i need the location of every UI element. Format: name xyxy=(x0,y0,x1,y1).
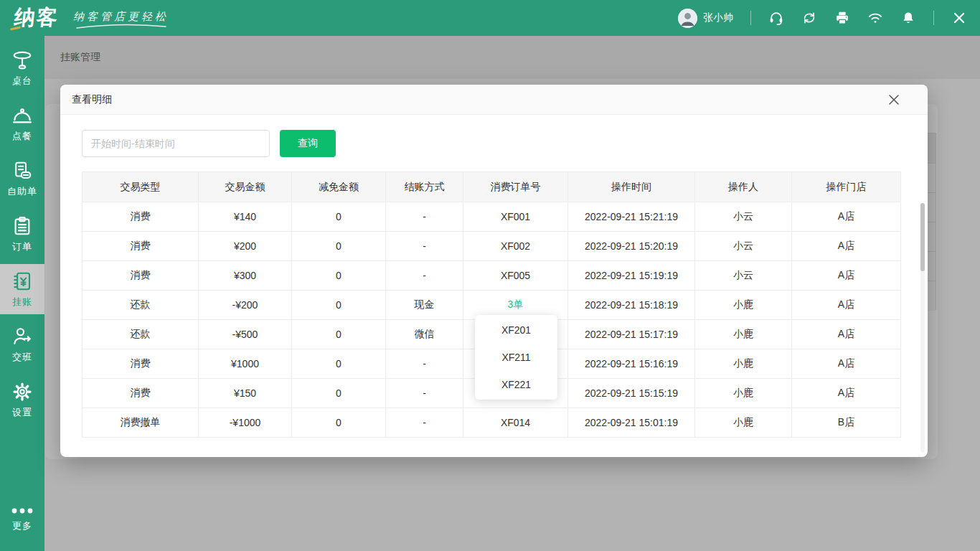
table-cell: 还款 xyxy=(83,320,199,349)
slogan-underline-swoosh xyxy=(75,24,167,29)
table-cell: 消费 xyxy=(83,202,199,232)
more-dots-icon xyxy=(10,506,34,516)
modal-title: 查看明细 xyxy=(72,93,112,106)
table-cell: 小鹿 xyxy=(695,379,792,408)
table-header-row: 交易类型 交易金额 减免金额 结账方式 消费订单号 操作时间 操作人 操作门店 xyxy=(83,172,901,202)
table-cell: 现金 xyxy=(386,291,463,320)
sidebar-item-tables[interactable]: 桌台 xyxy=(0,43,44,93)
sidebar-item-credit[interactable]: 挂账 xyxy=(0,264,44,314)
table-cell: 0 xyxy=(292,349,386,379)
date-range-input[interactable] xyxy=(82,130,270,157)
col-settlement-method: 结账方式 xyxy=(386,172,463,202)
table-cell: ¥300 xyxy=(199,261,292,291)
printer-icon[interactable] xyxy=(834,10,850,26)
person-icon xyxy=(678,9,697,28)
popup-order-item[interactable]: XF211 xyxy=(475,344,557,371)
col-order-number: 消费订单号 xyxy=(463,172,568,202)
table-cell: - xyxy=(386,232,463,261)
customer-service-icon[interactable] xyxy=(768,10,784,26)
table-cell: 消费 xyxy=(83,349,199,379)
order-list-popup: XF201 XF211 XF221 xyxy=(475,315,557,400)
sync-icon[interactable] xyxy=(801,10,817,26)
table-cell: 2022-09-21 15:19:19 xyxy=(568,261,695,291)
table-cell: 小云 xyxy=(695,261,792,291)
query-button[interactable]: 查询 xyxy=(280,130,336,157)
table-cell: 0 xyxy=(292,291,386,320)
user-avatar xyxy=(678,9,697,28)
orders-count-link[interactable]: 3单 xyxy=(508,298,524,310)
table-cell: 0 xyxy=(292,232,386,261)
table-cell: 小鹿 xyxy=(695,291,792,320)
topbar-divider xyxy=(933,11,934,25)
modal-close-icon[interactable] xyxy=(885,90,903,109)
col-operation-time: 操作时间 xyxy=(568,172,695,202)
brand-logo: 纳客 xyxy=(9,6,63,31)
shift-change-icon xyxy=(11,326,33,347)
cloche-icon xyxy=(11,105,33,126)
table-cell: - xyxy=(386,202,463,232)
brand: 纳客 纳客管店更轻松 xyxy=(10,6,169,31)
wifi-icon[interactable] xyxy=(867,10,883,26)
table-row: 消费撤单-¥10000-XF0142022-09-21 15:01:19小鹿B店 xyxy=(83,408,901,438)
gear-icon xyxy=(11,381,33,402)
user-name: 张小帅 xyxy=(703,11,733,24)
table-cell: 2022-09-21 15:17:19 xyxy=(568,320,695,349)
app-window: 纳客 纳客管店更轻松 张小帅 xyxy=(0,0,980,551)
table-cell: 消费 xyxy=(83,379,199,408)
user-account[interactable]: 张小帅 xyxy=(678,9,733,28)
table-cell: 小鹿 xyxy=(695,320,792,349)
col-transaction-type: 交易类型 xyxy=(83,172,199,202)
table-cell: - xyxy=(386,379,463,408)
table-cell: ¥140 xyxy=(199,202,292,232)
table-cell: A店 xyxy=(792,202,901,232)
sidebar: 桌台 点餐 自助单 订单 xyxy=(0,36,44,551)
table-cell: 小鹿 xyxy=(695,408,792,438)
col-transaction-amount: 交易金额 xyxy=(199,172,292,202)
table-cell: 2022-09-21 15:21:19 xyxy=(568,202,695,232)
table-cell: 2022-09-21 15:16:19 xyxy=(568,349,695,379)
table-cell: 小鹿 xyxy=(695,349,792,379)
window-close-icon[interactable] xyxy=(951,10,967,26)
modal-header: 查看明细 xyxy=(60,85,928,115)
table-cell: 0 xyxy=(292,379,386,408)
table-cell: 2022-09-21 15:18:19 xyxy=(568,291,695,320)
table-cell: A店 xyxy=(792,320,901,349)
sidebar-item-orders[interactable]: 订单 xyxy=(0,209,44,259)
table-cell: XF001 xyxy=(463,202,568,232)
credit-ledger-icon xyxy=(11,270,33,292)
self-order-icon xyxy=(11,160,33,182)
popup-order-item[interactable]: XF201 xyxy=(475,316,557,344)
sidebar-item-self-order[interactable]: 自助单 xyxy=(0,154,44,204)
table-scrollbar[interactable] xyxy=(920,203,925,452)
table-cell: XF002 xyxy=(463,232,568,261)
table-cell: 还款 xyxy=(83,291,199,320)
sidebar-item-more[interactable]: 更多 xyxy=(0,494,44,544)
table-cell: 0 xyxy=(292,202,386,232)
sidebar-item-ordering[interactable]: 点餐 xyxy=(0,98,44,149)
table-cell: -¥500 xyxy=(199,320,292,349)
page-header: 挂账管理 xyxy=(44,36,980,79)
scrollbar-thumb[interactable] xyxy=(920,203,925,271)
table-cell: 2022-09-21 15:15:19 xyxy=(568,379,695,408)
table-cell: 微信 xyxy=(386,320,463,349)
sidebar-item-settings[interactable]: 设置 xyxy=(0,375,44,425)
table-row: 消费¥1400-XF0012022-09-21 15:21:19小云A店 xyxy=(83,202,901,232)
table-cell: - xyxy=(386,408,463,438)
bell-icon[interactable] xyxy=(900,10,916,26)
table-cell: 小云 xyxy=(695,232,792,261)
table-cell: 0 xyxy=(292,408,386,438)
table-cell: XF005 xyxy=(463,261,568,291)
table-cell: 2022-09-21 15:01:19 xyxy=(568,408,695,438)
col-discount-amount: 减免金额 xyxy=(292,172,386,202)
view-details-modal: 查看明细 查询 交易类型 交易金 xyxy=(60,85,928,457)
table-cell: ¥200 xyxy=(199,232,292,261)
table-cell: A店 xyxy=(792,261,901,291)
table-cell: 2022-09-21 15:20:19 xyxy=(568,232,695,261)
popup-order-item[interactable]: XF221 xyxy=(475,371,557,398)
brand-slogan: 纳客管店更轻松 xyxy=(73,10,169,31)
table-cell: ¥150 xyxy=(199,379,292,408)
table-cell: XF014 xyxy=(463,408,568,438)
sidebar-item-shift[interactable]: 交班 xyxy=(0,319,44,369)
topbar: 纳客 纳客管店更轻松 张小帅 xyxy=(0,0,980,36)
table-cell: 消费 xyxy=(83,261,199,291)
